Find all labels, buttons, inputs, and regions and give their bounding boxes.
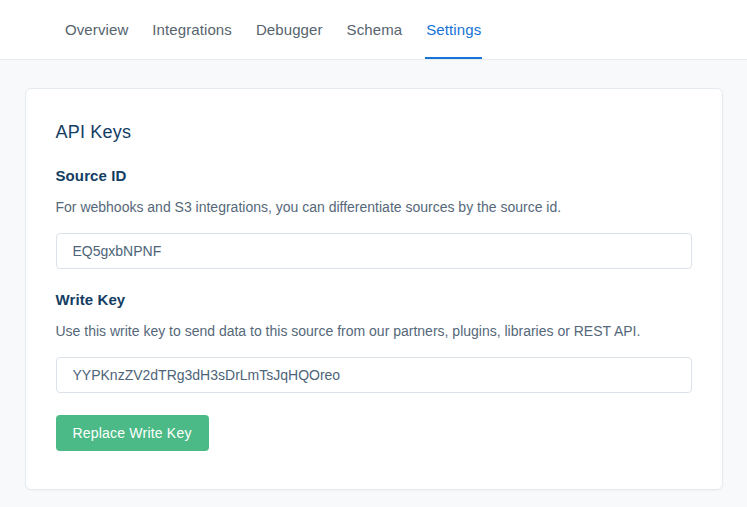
- tab-overview[interactable]: Overview: [64, 0, 129, 59]
- write-key-description: Use this write key to send data to this …: [56, 321, 692, 341]
- write-key-field: Write Key Use this write key to send dat…: [56, 289, 692, 393]
- tab-settings[interactable]: Settings: [425, 0, 482, 59]
- source-id-field: Source ID For webhooks and S3 integratio…: [56, 165, 692, 269]
- tab-integrations[interactable]: Integrations: [151, 0, 233, 59]
- source-id-input[interactable]: [56, 233, 692, 269]
- write-key-input[interactable]: [56, 357, 692, 393]
- card-title: API Keys: [56, 119, 692, 145]
- api-keys-card: API Keys Source ID For webhooks and S3 i…: [25, 88, 723, 490]
- tab-schema[interactable]: Schema: [346, 0, 404, 59]
- write-key-label: Write Key: [56, 289, 692, 311]
- tab-debugger[interactable]: Debugger: [255, 0, 324, 59]
- page-body: API Keys Source ID For webhooks and S3 i…: [0, 60, 747, 507]
- replace-write-key-button[interactable]: Replace Write Key: [56, 415, 209, 451]
- source-id-description: For webhooks and S3 integrations, you ca…: [56, 197, 692, 217]
- top-nav: Overview Integrations Debugger Schema Se…: [0, 0, 747, 60]
- source-id-label: Source ID: [56, 165, 692, 187]
